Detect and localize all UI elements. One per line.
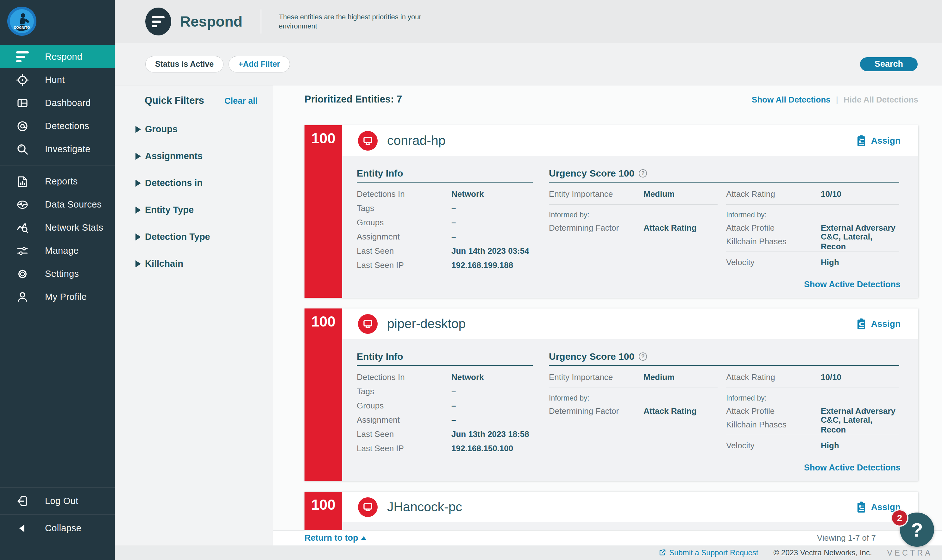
sidebar-item-detections[interactable]: Detections — [0, 115, 115, 138]
add-filter-button[interactable]: +Add Filter — [228, 56, 290, 72]
page-description: These entities are the highest prioritie… — [279, 12, 428, 31]
show-active-detections-link[interactable]: Show Active Detections — [804, 280, 900, 289]
sidebar-item-respond[interactable]: Respond — [0, 45, 115, 68]
copyright-text: © 2023 Vectra Networks, Inc. — [773, 548, 872, 557]
tags-value: – — [452, 203, 456, 213]
clipboard-icon — [856, 134, 866, 147]
entity-info-heading: Entity Info — [357, 168, 403, 179]
sidebar-item-label: Reports — [45, 176, 78, 187]
show-active-detections-link[interactable]: Show Active Detections — [804, 463, 900, 473]
sidebar-item-label: Detections — [45, 121, 89, 131]
search-icon — [15, 142, 30, 157]
last-seen-ip-value: 192.168.150.100 — [452, 443, 513, 453]
pulse-ellipse-icon — [15, 197, 30, 212]
entity-info-section: Entity Info Detections InNetwork Tags– G… — [357, 167, 533, 298]
sidebar-item-label: Log Out — [45, 496, 78, 506]
sidebar-item-settings[interactable]: Settings — [0, 262, 115, 285]
urgency-score-strip: 100 — [305, 308, 342, 481]
assign-button[interactable]: Assign — [856, 318, 900, 330]
sidebar-item-label: Hunt — [45, 75, 65, 85]
list-bottom-bar: Return to top Viewing 1-7 of 7 — [273, 530, 942, 545]
chevron-right-icon — [136, 180, 141, 187]
sidebar-item-my-profile[interactable]: My Profile — [0, 285, 115, 308]
entity-name[interactable]: conrad-hp — [387, 133, 856, 148]
entity-importance-value: Medium — [643, 372, 675, 382]
collapse-triangle-icon — [15, 521, 30, 535]
gear-icon — [15, 267, 30, 281]
determining-factor-value: Attack Rating — [643, 406, 697, 416]
host-icon — [358, 497, 378, 517]
dashboard-icon — [15, 96, 30, 111]
sidebar-item-label: Manage — [45, 246, 79, 256]
help-question-icon[interactable]: ? — [639, 352, 647, 361]
entity-info-section: Entity Info Detections InNetwork Tags– G… — [357, 350, 533, 481]
sidebar-item-dashboard[interactable]: Dashboard — [0, 91, 115, 115]
detections-in-value: Network — [452, 372, 484, 382]
hide-all-detections-link[interactable]: Hide All Detections — [843, 95, 918, 105]
host-icon — [358, 314, 378, 334]
logo-block[interactable]: COGNITO — [0, 0, 115, 42]
detections-in-value: Network — [452, 189, 484, 199]
respond-page-icon — [145, 8, 171, 35]
prioritized-entities-title: Prioritized Entities: 7 — [305, 94, 402, 105]
sidebar-item-data-sources[interactable]: Data Sources — [0, 193, 115, 216]
attack-profile-value: External Adversary — [821, 406, 896, 416]
arrow-up-icon — [361, 536, 366, 540]
quick-filter-entity-type[interactable]: Entity Type — [115, 197, 273, 223]
velocity-value: High — [821, 441, 839, 451]
svg-text:COGNITO: COGNITO — [14, 26, 30, 29]
return-to-top-link[interactable]: Return to top — [305, 533, 366, 543]
urgency-score-section: Urgency Score 100 ? Entity ImportanceMed… — [549, 350, 899, 481]
main-area: Respond These entities are the highest p… — [115, 0, 942, 560]
notification-badge[interactable]: 2 — [891, 509, 908, 527]
sidebar-bottom: Log Out Collapse — [0, 487, 115, 542]
page-title: Respond — [180, 13, 242, 30]
header-divider — [261, 9, 261, 34]
help-question-icon[interactable]: ? — [639, 169, 647, 177]
filter-chip-status[interactable]: Status is Active — [145, 56, 224, 72]
sidebar-item-hunt[interactable]: Hunt — [0, 68, 115, 91]
sliders-icon — [15, 244, 30, 258]
footer: Submit a Support Request © 2023 Vectra N… — [115, 545, 942, 560]
assignment-value: – — [452, 415, 456, 425]
quick-filter-assignments[interactable]: Assignments — [115, 143, 273, 169]
viewing-count: Viewing 1-7 of 7 — [817, 533, 876, 543]
sidebar-item-manage[interactable]: Manage — [0, 239, 115, 262]
sidebar-item-logout[interactable]: Log Out — [0, 488, 115, 514]
content-row: Quick Filters Clear all Groups Assignmen… — [115, 85, 942, 560]
sidebar-item-reports[interactable]: Reports — [0, 170, 115, 193]
page-header: Respond These entities are the highest p… — [115, 0, 942, 43]
sidebar-item-label: Investigate — [45, 144, 91, 154]
clipboard-icon — [856, 318, 866, 330]
entity-name[interactable]: piper-desktop — [387, 316, 856, 331]
quick-filters-title: Quick Filters — [145, 95, 204, 106]
respond-bars-icon — [15, 49, 30, 64]
entity-name[interactable]: JHancock-pc — [387, 500, 856, 514]
vectra-logo: VECTRA — [887, 548, 933, 557]
clear-all-link[interactable]: Clear all — [224, 96, 257, 106]
assign-button[interactable]: Assign — [856, 134, 900, 147]
chevron-right-icon — [136, 206, 141, 214]
sidebar-item-network-stats[interactable]: Network Stats — [0, 216, 115, 239]
quick-filter-detections-in[interactable]: Detections in — [115, 169, 273, 197]
quick-filter-detection-type[interactable]: Detection Type — [115, 223, 273, 250]
sidebar-item-label: My Profile — [45, 292, 87, 302]
quick-filter-groups[interactable]: Groups — [115, 116, 273, 143]
sidebar-item-investigate[interactable]: Investigate — [0, 138, 115, 161]
search-button[interactable]: Search — [860, 57, 917, 71]
sidebar: COGNITO Respond Hunt D — [0, 0, 115, 560]
entity-info-heading: Entity Info — [357, 351, 403, 362]
urgency-score-heading: Urgency Score 100 — [549, 351, 634, 362]
sidebar-item-label: Respond — [45, 52, 82, 62]
show-all-detections-link[interactable]: Show All Detections — [752, 95, 831, 105]
attack-profile-value: External Adversary — [821, 223, 896, 233]
support-request-link[interactable]: Submit a Support Request — [658, 548, 759, 557]
quick-filter-killchain[interactable]: Killchain — [115, 250, 273, 277]
filter-bar: Status is Active +Add Filter Search — [115, 43, 942, 85]
detections-at-icon — [15, 119, 30, 134]
clipboard-icon — [856, 501, 866, 514]
chevron-right-icon — [136, 260, 141, 267]
determining-factor-value: Attack Rating — [643, 223, 697, 233]
sidebar-item-collapse[interactable]: Collapse — [0, 515, 115, 542]
sidebar-item-label: Network Stats — [45, 222, 103, 233]
